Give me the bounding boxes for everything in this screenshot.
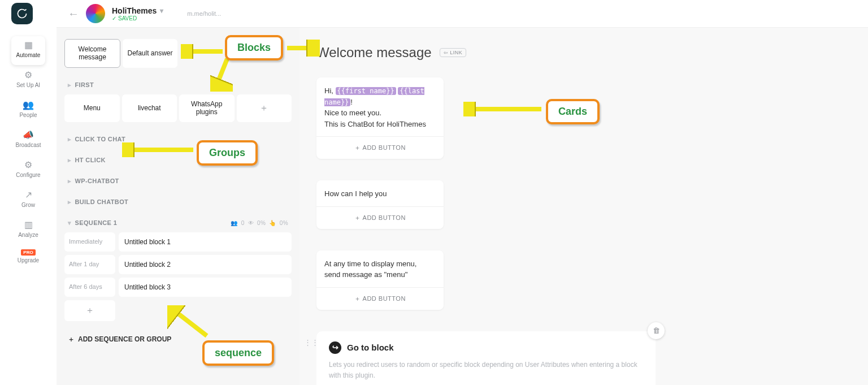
page-title[interactable]: Welcome message xyxy=(316,45,432,60)
sequence-block[interactable]: Untitled block 1 xyxy=(119,232,292,252)
group-name: BUILD CHATBOT xyxy=(75,198,128,205)
top-block-row: Welcome message Default answer xyxy=(64,39,177,68)
mme-link[interactable]: m.me/holit... xyxy=(187,10,221,17)
text-card-1[interactable]: Hi, {{first name}} {{last name}}! Nice t… xyxy=(316,77,444,159)
content-panel: Welcome message ⇦ LINK Hi, {{first name}… xyxy=(300,28,868,385)
arrow-icon xyxy=(167,305,212,339)
nav-upgrade[interactable]: PRO Upgrade xyxy=(11,246,45,270)
chevron-down-icon[interactable]: ▾ xyxy=(160,7,163,15)
broadcast-icon: 📣 xyxy=(23,129,34,140)
nav-label: Upgrade xyxy=(18,257,39,263)
goto-title: Go to block xyxy=(347,343,394,352)
eye-icon: 👁 xyxy=(248,220,254,226)
back-arrow-icon[interactable]: ← xyxy=(68,7,79,20)
caret-right-icon: ▸ xyxy=(68,81,71,89)
svg-line-5 xyxy=(172,309,207,336)
sequence-stats: 👥0 👁0% 👆0% xyxy=(231,220,288,226)
block-whatsapp-plugins[interactable]: WhatsApp plugins xyxy=(179,94,235,122)
nav-label: People xyxy=(19,112,37,118)
click-icon: 👆 xyxy=(269,220,276,226)
group-name: FIRST xyxy=(75,81,94,88)
add-button-row[interactable]: ＋ ADD BUTTON xyxy=(316,287,444,310)
link-chip-label: LINK xyxy=(450,50,462,55)
add-button-row[interactable]: ＋ ADD BUTTON xyxy=(316,206,444,229)
setup-ai-icon: ⚙ xyxy=(24,70,32,80)
brand-column: HoliThemes ▾ ✓ SAVED xyxy=(112,6,163,21)
delete-card-button[interactable]: 🗑 xyxy=(648,322,665,339)
card-line2: Nice to meet you. xyxy=(324,109,381,117)
sequence-row: Immediately Untitled block 1 xyxy=(64,232,292,252)
text-card-2[interactable]: How can I help you ＋ ADD BUTTON xyxy=(316,180,444,229)
group-first[interactable]: ▸ FIRST xyxy=(64,73,292,94)
arrow-icon xyxy=(122,142,194,157)
group-first-blocks: Menu livechat WhatsApp plugins ＋ xyxy=(64,94,292,122)
block-default-answer[interactable]: Default answer xyxy=(123,39,177,68)
caret-right-icon: ▸ xyxy=(68,157,71,164)
sidebar: ▦ Automate ⚙ Set Up AI 👥 People 📣 Broadc… xyxy=(0,27,57,385)
card-text-hi: Hi, xyxy=(324,86,336,95)
block-menu[interactable]: Menu xyxy=(64,94,120,122)
brand-name-text: HoliThemes xyxy=(112,6,157,15)
nav-broadcast[interactable]: 📣 Broadcast xyxy=(11,126,45,155)
link-icon: ⇦ xyxy=(444,50,449,55)
card-line3: This is ChatBot for HoliThemes xyxy=(324,120,426,128)
add-sequence-step-button[interactable]: ＋ xyxy=(64,300,115,321)
nav-label: Configure xyxy=(16,172,40,178)
text-card-3[interactable]: At any time to display menu, send messag… xyxy=(316,250,444,310)
stat-open: 0% xyxy=(257,220,266,226)
nav-analyze[interactable]: ▥ Analyze xyxy=(11,216,45,245)
card2-text: How can I help you xyxy=(324,189,387,198)
nav-label: Grow xyxy=(21,202,35,208)
nav-configure[interactable]: ⚙ Configure xyxy=(11,156,45,185)
add-block-button[interactable]: ＋ xyxy=(237,94,292,122)
arrow-icon xyxy=(210,58,233,92)
sequence-head[interactable]: ▾ SEQUENCE 1 👥0 👁0% 👆0% xyxy=(64,211,292,232)
nav-label: Set Up AI xyxy=(16,82,40,88)
block-livechat[interactable]: livechat xyxy=(122,94,177,122)
group-name: WP-CHATBOT xyxy=(75,178,119,184)
add-button-row[interactable]: ＋ ADD BUTTON xyxy=(316,136,444,159)
goto-head: ↪ Go to block xyxy=(329,341,643,354)
goto-icon: ↪ xyxy=(329,341,341,354)
card-body[interactable]: How can I help you xyxy=(316,180,444,206)
callout-groups: Groups xyxy=(197,140,258,166)
sequence-time[interactable]: Immediately xyxy=(64,232,115,252)
people-icon: 👥 xyxy=(23,100,34,110)
sequence-time[interactable]: After 6 days xyxy=(64,278,115,297)
nav-label: Broadcast xyxy=(15,142,41,148)
card-body[interactable]: Hi, {{first name}} {{last name}}! Nice t… xyxy=(316,77,444,136)
nav-grow[interactable]: ↗ Grow xyxy=(11,186,45,215)
callout-sequence: sequence xyxy=(202,340,274,366)
caret-right-icon: ▸ xyxy=(68,178,71,185)
group-wp-chatbot[interactable]: ▸ WP-CHATBOT xyxy=(64,170,292,191)
sequence-time[interactable]: After 1 day xyxy=(64,255,115,274)
add-button-label: ADD BUTTON xyxy=(363,144,406,151)
arrow-icon xyxy=(463,102,542,116)
nav-automate[interactable]: ▦ Automate xyxy=(11,36,45,65)
avatar[interactable] xyxy=(86,4,105,23)
goto-block-card[interactable]: 🗑 ↪ Go to block Lets you redirect users … xyxy=(316,331,656,386)
callout-blocks: Blocks xyxy=(225,35,283,60)
goto-description: Lets you redirect users to random or spe… xyxy=(329,360,643,381)
nav-people[interactable]: 👥 People xyxy=(11,96,45,125)
block-welcome-message[interactable]: Welcome message xyxy=(64,39,120,68)
arrow-icon xyxy=(286,40,320,57)
sequence-block[interactable]: Untitled block 3 xyxy=(119,278,292,297)
link-chip[interactable]: ⇦ LINK xyxy=(440,48,467,57)
nav-setupai[interactable]: ⚙ Set Up AI xyxy=(11,66,45,95)
plus-icon: ＋ xyxy=(68,335,75,344)
plus-icon: ＋ xyxy=(354,214,361,221)
topbar: ← HoliThemes ▾ ✓ SAVED m.me/holit... xyxy=(0,0,868,27)
attr-first-name[interactable]: {{first name}} xyxy=(336,87,396,95)
group-build-chatbot[interactable]: ▸ BUILD CHATBOT xyxy=(64,191,292,211)
arrow-icon xyxy=(181,44,224,59)
nav-label: Analyze xyxy=(18,232,38,238)
check-icon: ✓ xyxy=(112,15,116,21)
stat-people: 0 xyxy=(241,220,245,226)
plus-icon: ＋ xyxy=(354,144,361,151)
card3-line1: At any time to display menu, xyxy=(324,259,416,268)
sequence-block[interactable]: Untitled block 2 xyxy=(119,255,292,274)
card-body[interactable]: At any time to display menu, send messag… xyxy=(316,250,444,287)
add-group-label: ADD SEQUENCE OR GROUP xyxy=(78,335,171,343)
brand-name[interactable]: HoliThemes ▾ xyxy=(112,6,163,15)
